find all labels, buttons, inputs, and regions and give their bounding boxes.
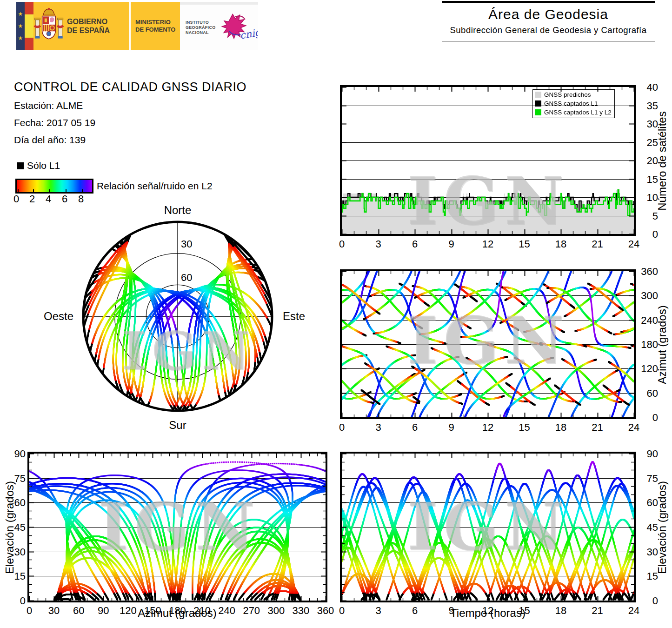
tick-label: 15 [513, 238, 536, 250]
tick-label: 90 [92, 605, 115, 617]
page-title: CONTROL DE CALIDAD GNSS DIARIO [14, 80, 246, 94]
tick-label: 60 [67, 605, 90, 617]
gobierno-label: GOBIERNO DE ESPAÑA [67, 17, 110, 35]
chart-legend: GNSS predichos GNSS captados L1 GNSS cap… [532, 89, 615, 118]
skyplot-north-label: Norte [150, 204, 206, 217]
station-label: Estación: ALME [14, 100, 83, 111]
ministerio-block: MINISTERIO DE FOMENTO [131, 2, 180, 50]
tick-label: 90 [638, 448, 658, 460]
tick-label: 120 [638, 363, 658, 375]
cnig-text: cnig [239, 27, 258, 41]
star-icon: ★ [18, 35, 23, 41]
tick-label: 18 [549, 421, 572, 434]
gray-swatch-icon [535, 92, 541, 98]
tick-label: 12 [476, 238, 499, 250]
gobierno-block: GOBIERNO DE ESPAÑA [33, 2, 131, 50]
tick-label: 12 [476, 605, 499, 617]
tick-label: 150 [141, 605, 164, 617]
snr-colorbar [15, 179, 93, 194]
tick-label: 9 [440, 421, 463, 434]
tick-label: 360 [638, 266, 658, 278]
tick-label: 330 [289, 605, 313, 617]
star-icon: ★ [18, 23, 23, 29]
skyplot-canvas [78, 216, 278, 416]
instituto-block: INSTITUTO GEOGRÁFICO NACIONAL cnig [180, 2, 258, 50]
tick-label: 6 [403, 421, 426, 434]
tick-label: 45 [638, 521, 658, 534]
green-swatch-icon [535, 109, 541, 115]
tick-label: 10 [638, 192, 658, 204]
colorbar-label: Relación señal/ruido en L2 [97, 180, 213, 192]
legend-item-captados-l1-l2: GNSS captados L1 y L2 [535, 108, 612, 117]
tick-label: 35 [638, 100, 658, 112]
tick-label: 15 [638, 174, 658, 186]
tick-label: 9 [440, 605, 463, 617]
ministerio-label: MINISTERIO DE FOMENTO [135, 19, 175, 33]
elevation-time-canvas [342, 454, 634, 601]
tick-label: 300 [265, 605, 288, 617]
tick-label: 30 [638, 118, 658, 130]
tick-label: 25 [638, 137, 658, 149]
gnss-quality-report-page: ★ ★ ★ [0, 0, 672, 628]
tick-label: 240 [215, 605, 239, 617]
tick-label: 75 [2, 473, 26, 485]
solo-l1-legend: Sólo L1 [17, 160, 60, 171]
tick-label: 0 [638, 412, 658, 424]
header-title: Área de Geodesia [442, 7, 655, 22]
instituto-label: INSTITUTO GEOGRÁFICO NACIONAL [186, 20, 216, 35]
tick-label: 45 [2, 521, 26, 534]
tick-label: 6 [403, 605, 426, 617]
tick-label: 210 [191, 605, 214, 617]
tick-label: 270 [240, 605, 263, 617]
tick-label: 12 [476, 421, 499, 434]
tick-label: 21 [586, 605, 609, 617]
tick-label: 6 [403, 238, 426, 250]
tick-label: 3 [367, 421, 390, 434]
tick-label: 21 [586, 421, 609, 434]
tick-label: 0 [330, 421, 353, 434]
tick-label: 60 [638, 497, 658, 509]
tick-label: 0 [330, 238, 353, 250]
colorbar-tick: 0 [9, 193, 23, 205]
tick-label: 15 [638, 570, 658, 582]
legend-item-captados-l1: GNSS captados L1 [535, 99, 612, 108]
tick-label: 5 [638, 210, 658, 222]
government-logo: ★ ★ ★ [16, 2, 258, 50]
tick-label: 180 [166, 605, 189, 617]
azimuth-time-canvas [342, 271, 634, 417]
area-geodesia-header: Área de Geodesia Subdirección General de… [442, 1, 655, 42]
colorbar-tick: 2 [25, 193, 39, 205]
header-subtitle: Subdirección General de Geodesia y Carto… [442, 25, 655, 35]
tick-label: 15 [513, 421, 536, 434]
colorbar-tick: 4 [41, 193, 55, 205]
tick-label: 0 [638, 228, 658, 241]
doy-label: Día del año: 139 [14, 134, 86, 146]
tick-label: 30 [638, 546, 658, 558]
tick-label: 300 [638, 290, 658, 302]
tick-label: 40 [638, 81, 658, 94]
skyplot-east-label: Este [283, 310, 305, 323]
tick-label: 120 [116, 605, 140, 617]
tick-label: 0 [638, 595, 658, 607]
tick-label: 18 [549, 605, 572, 617]
date-label: Fecha: 2017 05 19 [14, 117, 95, 128]
tick-label: 3 [367, 605, 390, 617]
tick-label: 60 [638, 387, 658, 400]
tick-label: 30 [42, 605, 66, 617]
solo-l1-label: Sólo L1 [27, 160, 60, 171]
tick-label: 21 [586, 238, 609, 250]
elevation-azimuth-canvas [29, 454, 326, 601]
tick-label: 15 [513, 605, 536, 617]
star-icon: ★ [18, 11, 23, 17]
tick-label: 75 [638, 473, 658, 485]
tick-label: 60 [2, 497, 26, 509]
tick-label: 3 [367, 238, 390, 250]
skyplot-west-label: Oeste [27, 310, 73, 323]
tick-label: 180 [638, 339, 658, 351]
tick-label: 18 [549, 238, 572, 250]
black-square-icon [17, 162, 24, 169]
spain-coat-of-arms-icon [33, 7, 64, 46]
tick-label: 20 [638, 155, 658, 167]
tick-label: 0 [330, 605, 353, 617]
tick-label: 240 [638, 314, 658, 327]
